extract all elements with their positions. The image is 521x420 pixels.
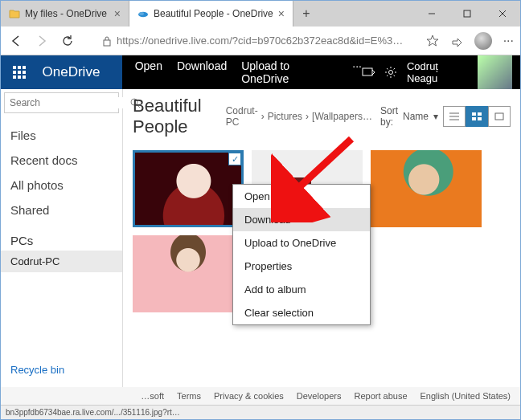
app-launcher[interactable] [1,55,38,89]
forward-button[interactable] [33,32,51,50]
ctx-download[interactable]: Download [233,208,370,231]
ctx-add-album[interactable]: Add to album [233,278,370,301]
profile-avatar[interactable] [474,32,492,50]
photo-thumbnail[interactable] [371,150,482,227]
cmd-more[interactable]: ··· [352,59,362,85]
svg-rect-18 [495,113,503,120]
recycle-bin-link[interactable]: Recycle bin [10,361,113,379]
back-button[interactable] [7,32,25,50]
status-bar: bn3ppfdb6734bae.ra.live.com/.../351116.j… [1,405,520,419]
footer-language[interactable]: English (United States) [420,391,511,401]
maximize-button[interactable] [449,1,485,27]
chevron-right-icon: › [306,111,309,122]
sidebar-photos[interactable]: All photos [1,173,122,198]
ctx-open[interactable]: Open [233,185,370,208]
waffle-icon [13,66,26,79]
page-footer: …soft Terms Privacy & cookies Developers… [1,387,520,405]
url-text: https://onedrive.live.com/?cid=b970c62b3… [117,35,418,47]
ctx-clear-selection[interactable]: Clear selection [233,301,370,324]
address-bar: https://onedrive.live.com/?cid=b970c62b3… [1,27,520,55]
ctx-properties[interactable]: Properties [233,255,370,278]
settings-icon[interactable] [384,66,397,79]
svg-rect-15 [478,112,482,116]
refresh-button[interactable] [59,32,76,50]
svg-rect-17 [478,117,482,120]
svg-rect-3 [464,10,470,17]
browser-tabs: My files - OneDrive × Beautiful People -… [1,1,319,27]
ctx-upload[interactable]: Upload to OneDrive [233,231,370,255]
sidebar-shared[interactable]: Shared [1,198,122,222]
folder-icon [9,8,20,19]
url-field[interactable]: https://onedrive.live.com/?cid=b970c62b3… [102,35,418,47]
share-icon[interactable] [450,35,463,47]
folder-title: Beautiful People [133,96,218,137]
tab-beautiful-people[interactable]: Beautiful People - OneDrive × [129,1,293,27]
command-bar: Open Download Upload to OneDrive ··· [122,59,362,85]
svg-rect-6 [104,40,110,46]
svg-point-8 [388,71,392,75]
sort-value[interactable]: Name [403,111,429,122]
footer-privacy[interactable]: Privacy & cookies [214,391,284,401]
footer-report[interactable]: Report abuse [354,391,407,401]
sidebar: Files Recent docs All photos Shared PCs … [1,89,123,387]
star-icon[interactable] [426,35,439,47]
photo-thumbnail[interactable] [133,235,244,312]
breadcrumb[interactable]: Codrut-PC› Pictures› [Wallpapers… [226,105,372,128]
tab-label: My files - OneDrive [25,8,107,19]
more-icon[interactable]: ··· [503,34,514,48]
view-details-button[interactable] [488,106,511,127]
close-icon[interactable]: × [114,7,121,20]
sidebar-pcs-label: PCs [1,222,122,251]
checkmark-icon[interactable]: ✓ [228,153,241,165]
cmd-download[interactable]: Download [177,59,227,85]
onedrive-brand[interactable]: OneDrive [38,55,122,89]
cmd-open[interactable]: Open [135,59,162,85]
photo-thumbnail[interactable]: ✓ [133,150,244,227]
notifications-icon[interactable] [362,67,375,78]
footer-ms[interactable]: …soft [141,391,164,401]
svg-rect-16 [472,117,476,120]
footer-terms[interactable]: Terms [177,391,201,401]
view-list-button[interactable] [443,106,466,127]
footer-developers[interactable]: Developers [297,391,342,401]
svg-rect-14 [472,112,476,116]
sidebar-files[interactable]: Files [1,123,122,148]
chevron-right-icon: › [261,111,265,122]
status-text: bn3ppfdb6734bae.ra.live.com/.../351116.j… [6,408,180,417]
chevron-down-icon[interactable]: ▾ [433,111,438,122]
sidebar-pc-item[interactable]: Codrut-PC [1,251,122,272]
onedrive-header: OneDrive Open Download Upload to OneDriv… [1,55,520,89]
username[interactable]: Codruț Neagu [407,60,471,84]
tab-label: Beautiful People - OneDrive [154,8,273,19]
search-box[interactable] [4,92,119,113]
search-input[interactable] [10,97,130,108]
sidebar-recent[interactable]: Recent docs [1,148,122,173]
sort-label: Sort by: [380,105,398,128]
svg-point-1 [139,12,144,15]
titlebar: My files - OneDrive × Beautiful People -… [1,1,520,27]
new-tab-button[interactable]: + [293,1,319,27]
view-toggle [443,106,511,127]
window-controls [414,1,520,27]
user-photo[interactable] [478,55,512,89]
svg-rect-7 [363,68,372,75]
tab-my-files[interactable]: My files - OneDrive × [1,1,129,27]
addrbar-right-icons: ··· [426,32,514,50]
close-window-button[interactable] [485,1,520,27]
context-menu: Open Download Upload to OneDrive Propert… [232,184,371,325]
onedrive-icon [137,8,149,19]
minimize-button[interactable] [414,1,449,27]
view-grid-button[interactable] [466,106,488,127]
close-icon[interactable]: × [278,7,285,20]
cmd-upload[interactable]: Upload to OneDrive [241,59,338,85]
lock-icon [102,35,112,47]
